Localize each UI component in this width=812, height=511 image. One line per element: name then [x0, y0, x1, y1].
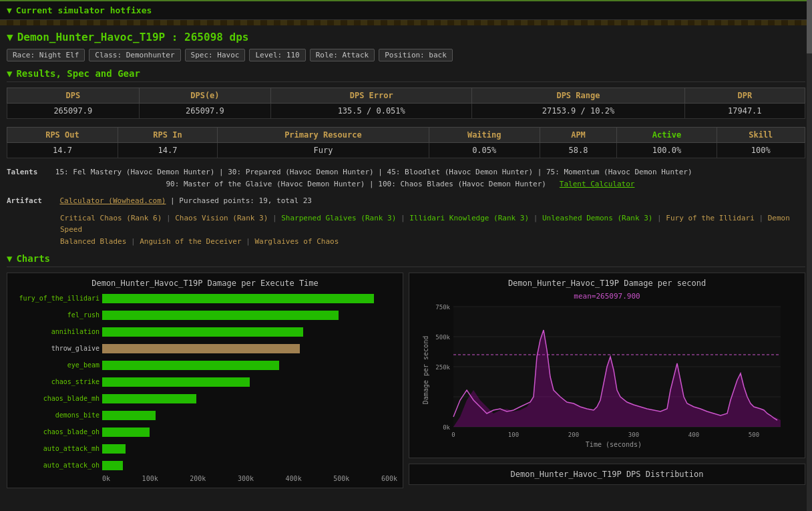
bar-row: demons_bite: [13, 409, 397, 422]
tag-race: Race: Night Elf: [7, 49, 85, 61]
x-label-6: 600k: [381, 475, 397, 482]
sim-title: ▼ Demon_Hunter_Havoc_T19P : 265098 dps: [7, 31, 805, 43]
val-primary-res: Fury: [218, 143, 429, 158]
tag-level: Level: 110: [249, 49, 305, 61]
x-label-5: 500k: [333, 475, 349, 482]
bar-label: auto_attack_oh: [13, 462, 99, 469]
bar-row: auto_attack_mh: [13, 442, 397, 456]
artifact-item-8[interactable]: Anguish of the Deceiver: [140, 237, 241, 246]
val-dpse: 265097.9: [139, 104, 271, 119]
bar-container: [102, 394, 397, 403]
bar-label: fury_of_the_illidari: [13, 295, 99, 302]
bar-row: chaos_blade_mh: [13, 392, 397, 405]
bar-row: throw_glaive: [13, 342, 397, 355]
bar-label: fel_rush: [13, 311, 99, 319]
col-dpse: DPS(e): [139, 88, 271, 104]
charts-triangle: ▼: [7, 253, 12, 264]
bar-fill: [102, 344, 300, 353]
artifact-spacer: [47, 196, 55, 205]
val-waiting: 0.05%: [429, 143, 540, 158]
dps-dist-title: Demon_Hunter_Havoc_T19P DPS Distribution: [409, 464, 805, 485]
x-label-1: 100k: [142, 475, 158, 482]
bar-row: fel_rush: [13, 309, 397, 322]
talents-sep: [551, 180, 556, 188]
bar-label: throw_glaive: [13, 345, 99, 352]
artifact-section: Artifact Calculator (Wowhead.com) | Purc…: [7, 195, 805, 207]
scrollbar[interactable]: [807, 0, 812, 494]
main-content: ▼ Demon_Hunter_Havoc_T19P : 265098 dps R…: [0, 25, 812, 494]
bar-fill: [102, 327, 303, 337]
bar-container: [102, 461, 397, 470]
bar-fill: [102, 444, 126, 454]
results-title: Results, Spec and Gear: [16, 68, 140, 79]
artifact-items: Critical Chaos (Rank 6) | Chaos Vision (…: [7, 212, 805, 248]
val-rps-in: 14.7: [118, 143, 217, 158]
x-label-4: 400k: [286, 475, 302, 482]
artifact-item-1[interactable]: Chaos Vision (Rank 3): [175, 214, 268, 222]
col-primary-res: Primary Resource: [218, 128, 429, 143]
tag-position: Position: back: [379, 49, 453, 61]
charts-section: ▼ Charts Demon_Hunter_Havoc_T19P Damage …: [7, 253, 805, 488]
talents-indent: [7, 180, 162, 188]
scrollbar-thumb[interactable]: [807, 0, 812, 53]
charts-header: ▼ Charts: [7, 253, 805, 267]
bar-label: demons_bite: [13, 411, 99, 419]
col-dps-error: DPS Error: [271, 88, 472, 104]
bar-fill: [102, 394, 196, 403]
right-charts: Demon_Hunter_Havoc_T19P Damage per secon…: [409, 273, 805, 488]
bar-row: fury_of_the_illidari: [13, 292, 397, 305]
results-section-header: ▼ Results, Spec and Gear: [7, 68, 805, 82]
artifact-item-0[interactable]: Critical Chaos (Rank 6): [60, 214, 162, 222]
bar-label: eye_beam: [13, 361, 99, 369]
line-chart-svg-container: 750k 500k 250k 0k 0 100 200 300 400 500: [415, 303, 799, 452]
artifact-item-5[interactable]: Fury of the Illidari: [666, 214, 754, 222]
talents-spacer: [42, 168, 51, 176]
bar-fill: [102, 311, 339, 320]
talent-calc-link[interactable]: Talent Calculator: [560, 180, 635, 188]
talents-line2: 90: Master of the Glaive (Havoc Demon Hu…: [166, 180, 546, 188]
artifact-item-2[interactable]: Sharpened Glaives (Rank 3): [281, 214, 396, 222]
bar-fill: [102, 461, 123, 470]
col-dps: DPS: [7, 88, 140, 104]
hotfixes-label: Current simulator hotfixes: [16, 5, 152, 15]
artifact-item-9[interactable]: Warglaives of Chaos: [254, 237, 339, 246]
tag-class: Class: Demonhunter: [89, 49, 180, 61]
talents-label: Talents: [7, 168, 37, 176]
artifact-item-3[interactable]: Illidari Knowledge (Rank 3): [409, 214, 529, 222]
triangle-icon: ▼: [7, 5, 12, 15]
stats-table: DPS DPS(e) DPS Error DPS Range DPR 26509…: [7, 88, 805, 119]
col-dps-range: DPS Range: [472, 88, 684, 104]
svg-text:750k: 750k: [435, 304, 450, 311]
tag-role: Role: Attack: [310, 49, 375, 61]
bar-fill: [102, 361, 279, 370]
bar-container: [102, 411, 397, 420]
bar-label: chaos_blade_mh: [13, 395, 99, 402]
bar-container: [102, 361, 397, 370]
tags-row: Race: Night Elf Class: Demonhunter Spec:…: [7, 49, 805, 61]
x-label-0: 0k: [102, 475, 110, 482]
val-active: 100.0%: [617, 143, 717, 158]
col-waiting: Waiting: [429, 128, 540, 143]
resource-table: RPS Out RPS In Primary Resource Waiting …: [7, 127, 805, 158]
col-dpr: DPR: [684, 88, 805, 104]
col-apm: APM: [540, 128, 617, 143]
line-chart-svg: 750k 500k 250k 0k 0 100 200 300 400 500: [415, 303, 799, 450]
bar-label: chaos_blade_oh: [13, 428, 99, 436]
artifact-item-7[interactable]: Balanced Blades: [60, 237, 126, 246]
val-apm: 58.8: [540, 143, 617, 158]
bar-label: annihilation: [13, 328, 99, 335]
bar-row: eye_beam: [13, 359, 397, 372]
artifact-calc-link[interactable]: Calculator (Wowhead.com): [59, 196, 166, 205]
bar-fill: [102, 428, 150, 437]
bar-row: auto_attack_oh: [13, 459, 397, 472]
artifact-item-4[interactable]: Unleashed Demons (Rank 3): [542, 214, 653, 222]
bar-label: chaos_strike: [13, 378, 99, 385]
bar-row: chaos_strike: [13, 375, 397, 389]
x-label-2: 200k: [190, 475, 206, 482]
col-skill: Skill: [717, 128, 805, 143]
svg-text:Time (seconds): Time (seconds): [586, 441, 642, 448]
bar-container: [102, 327, 397, 337]
title-triangle: ▼: [7, 31, 13, 43]
bar-row: annihilation: [13, 325, 397, 339]
svg-text:250k: 250k: [435, 364, 450, 371]
